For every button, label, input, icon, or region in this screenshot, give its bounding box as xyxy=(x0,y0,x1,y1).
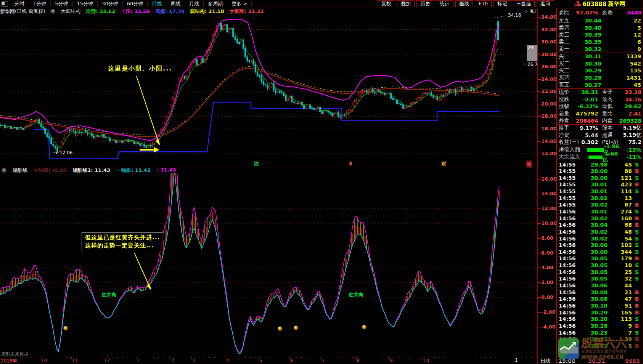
level-label: 买一 xyxy=(557,53,577,60)
tick-time: 14:56 xyxy=(557,282,577,289)
chevron-down-icon[interactable]: ∨ xyxy=(50,9,55,14)
tick-row: 14:5530.00121S xyxy=(557,175,643,181)
tick-price: 29.98 xyxy=(577,162,608,168)
info-label: 涨跌 xyxy=(557,96,569,103)
main-candlestick-chart[interactable] xyxy=(0,14,537,167)
pane-layout-icon[interactable] xyxy=(530,9,535,13)
period-tab-周线[interactable]: 周线 xyxy=(166,1,185,6)
period-tab-60分钟[interactable]: 60分钟 xyxy=(123,1,148,6)
chevron-down-icon[interactable]: ∨ xyxy=(2,168,6,173)
tick-volume: 423 xyxy=(608,181,632,188)
orderbook-row[interactable]: 买一30.311339 xyxy=(557,53,643,60)
weicha-value: 3440 xyxy=(627,10,643,16)
info-value: 5.19亿 xyxy=(623,125,643,131)
watermark: 股票六六 专注股票创造属于你的财富 WWW.GP66.CN xyxy=(558,335,642,362)
sub-axis-tick xyxy=(537,179,541,180)
quote-info: 现价30.31今开33.28涨跌-2.01最高34.16涨幅-6.22%最低29… xyxy=(557,89,643,124)
tick-time: 14:56 xyxy=(557,316,577,322)
quote-panel: 委比 97.07% 委差 3440 卖五30.4422卖四30.403卖三30.… xyxy=(556,8,643,364)
toolbar-button-+自选[interactable]: +自选 xyxy=(513,0,535,7)
diamond-icon[interactable]: ◇ xyxy=(524,9,527,14)
info-label: 总量 xyxy=(557,110,569,117)
sub-axis-tick xyxy=(537,327,541,327)
info-value: 475792 xyxy=(576,111,600,117)
indicator-name[interactable]: 大底结构 xyxy=(61,8,80,15)
level-label: 买四 xyxy=(557,74,577,81)
level-label: 卖一 xyxy=(557,46,577,53)
date-axis: 2018年10111212345678910 xyxy=(0,357,556,364)
main-axis-tick xyxy=(537,104,541,104)
toolbar-button-标记[interactable]: 标记 xyxy=(494,0,511,7)
tick-direction: S xyxy=(632,162,642,168)
stock-code: 603888 xyxy=(583,1,607,8)
period-tab-5分钟[interactable]: 5分钟 xyxy=(51,1,72,6)
flow-label: 大宗流入 xyxy=(557,154,588,160)
sub-axis-label: 16.00 xyxy=(541,176,557,182)
period-tab-30分钟[interactable]: 30分钟 xyxy=(98,1,123,6)
sub-axis-tick xyxy=(537,312,541,313)
period-label[interactable]: 日线 xyxy=(540,358,550,364)
main-axis-tick xyxy=(537,67,541,67)
tick-direction: B xyxy=(632,168,642,174)
toolbar-button-返回[interactable]: 返回 xyxy=(537,0,554,7)
toolbar-buttons: 复权叠加历史统计画线F10标记+自选返回 xyxy=(378,0,556,7)
main-chart-header: 新华网(日线 前复权) ∨ 大底结构 准势: 33.62上压: 32.59底撑:… xyxy=(0,8,526,14)
period-tab-1分钟[interactable]: 1分钟 xyxy=(29,1,51,6)
tick-row: 14:5630.0821B xyxy=(557,289,643,296)
info-value: -6.22% xyxy=(577,103,600,109)
tick-row: 14:5630.20165B xyxy=(557,309,643,316)
info-label: 量比 xyxy=(600,110,613,117)
orderbook-row[interactable]: 买二30.30542 xyxy=(557,60,643,67)
tick-direction: S xyxy=(632,242,642,248)
orderbook-row[interactable]: 买三30.29135 xyxy=(557,67,643,74)
tick-row: 14:5630.02160B xyxy=(557,215,643,222)
tick-direction: B xyxy=(632,181,642,188)
buy-queue: 买一30.311339买二30.30542买三30.29135买四30.2814… xyxy=(557,53,643,88)
tick-price: 30.05 xyxy=(577,255,608,261)
stock-name: 新华网 xyxy=(608,0,625,8)
toolbar-button-叠加[interactable]: 叠加 xyxy=(397,0,415,7)
tick-direction: B xyxy=(632,289,642,295)
sub-axis-label: 12.00 xyxy=(541,205,557,211)
period-tab-更多 >[interactable]: 更多 > xyxy=(227,1,252,6)
level-volume: 135 xyxy=(601,67,643,74)
main-axis-label: 26.00 xyxy=(541,64,557,69)
info-value: 75.2 xyxy=(628,139,643,145)
event-marker-$: $ xyxy=(349,160,352,166)
orderbook-row[interactable]: 卖二30.356 xyxy=(557,38,643,46)
orderbook-row[interactable]: 卖五30.4422 xyxy=(557,17,643,24)
toolbar-button-历史[interactable]: 历史 xyxy=(416,0,434,7)
period-tab-月线[interactable]: 月线 xyxy=(185,1,204,6)
tick-price: 30.00 xyxy=(577,242,608,248)
tick-price: 30.08 xyxy=(577,296,608,302)
tick-time: 14:56 xyxy=(557,222,577,228)
tick-volume: 54 xyxy=(608,236,632,242)
info-value: 269328 xyxy=(619,118,643,124)
tick-direction: S xyxy=(632,229,642,235)
period-menu-bar: 分时1分钟5分钟15分钟30分钟60分钟日线周线月线多周期更多 > 复权叠加历史… xyxy=(0,0,556,8)
gp66-logo-icon xyxy=(558,337,580,359)
toolbar-button-F10[interactable]: F10 xyxy=(475,0,492,7)
orderbook-row[interactable]: 买四30.281431 xyxy=(557,74,643,82)
toolbar-button-统计[interactable]: 统计 xyxy=(436,0,453,7)
orderbook-row[interactable]: 卖三30.3912 xyxy=(557,31,643,38)
window-icon[interactable] xyxy=(2,2,8,6)
main-axis-tick xyxy=(537,55,541,55)
month-label-10: 10 xyxy=(41,358,47,363)
tick-time: 14:56 xyxy=(557,323,577,329)
tick-time: 14:56 xyxy=(557,303,577,309)
main-axis-label: 32.00 xyxy=(541,27,557,32)
period-tab-日线[interactable]: 日线 xyxy=(148,1,166,6)
toolbar-button-复权[interactable]: 复权 xyxy=(378,0,395,7)
period-tab-分时[interactable]: 分时 xyxy=(10,1,29,6)
orderbook-row[interactable]: 卖一30.329 xyxy=(557,45,643,53)
orderbook-row[interactable]: 卖四30.403 xyxy=(557,24,643,32)
tick-direction: S xyxy=(632,316,642,322)
toolbar-button-画线[interactable]: 画线 xyxy=(455,0,473,7)
tick-direction: B xyxy=(632,215,642,221)
period-tab-15分钟[interactable]: 15分钟 xyxy=(73,1,98,6)
level-volume: 1339 xyxy=(601,53,643,59)
sub-indicator-chart[interactable] xyxy=(0,173,537,356)
period-tab-多周期[interactable]: 多周期 xyxy=(204,1,227,6)
orderbook-row[interactable]: 买五30.2745 xyxy=(557,81,643,88)
